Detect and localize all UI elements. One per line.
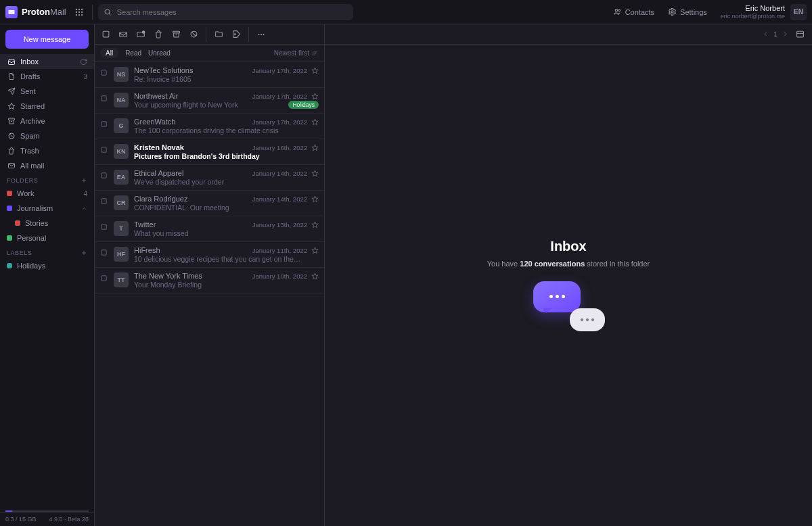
sender-avatar: HF <box>114 247 129 262</box>
message-date: January 17th, 2022 <box>252 118 307 126</box>
sidebar-item-label: Trash <box>20 147 87 155</box>
archive-icon[interactable] <box>171 29 181 40</box>
sidebar-item-spam[interactable]: Spam <box>0 128 94 143</box>
message-row[interactable]: TTwitterJanuary 13th, 2022What you misse… <box>95 216 324 242</box>
sidebar-item-starred[interactable]: Starred <box>0 99 94 114</box>
sidebar-item-drafts[interactable]: Drafts3 <box>0 69 94 84</box>
settings-link[interactable]: Settings <box>664 5 711 19</box>
label-icon[interactable] <box>231 29 242 40</box>
svg-point-19 <box>142 30 145 33</box>
sender-name: Twitter <box>134 220 248 229</box>
folder-label: Stories <box>25 219 87 227</box>
sidebar-item-all-mail[interactable]: All mail <box>0 158 94 173</box>
next-page-icon[interactable] <box>782 30 789 38</box>
trash-icon[interactable] <box>153 29 164 40</box>
star-icon[interactable] <box>311 272 319 280</box>
move-to-folder-icon[interactable] <box>213 29 224 40</box>
message-date: January 13th, 2022 <box>252 221 307 229</box>
message-row[interactable]: TTThe New York TimesJanuary 10th, 2022Yo… <box>95 268 324 293</box>
star-icon[interactable] <box>311 93 319 100</box>
sidebar-item-label: Sent <box>20 87 87 95</box>
star-icon[interactable] <box>311 247 319 254</box>
empty-state-title: Inbox <box>550 239 586 254</box>
filter-all[interactable]: All <box>100 48 118 58</box>
filter-unread[interactable]: Unread <box>148 49 171 57</box>
sender-name: Northwest Air <box>134 92 248 100</box>
row-checkbox[interactable] <box>100 195 108 212</box>
message-subject: What you missed <box>134 229 319 237</box>
row-checkbox[interactable] <box>100 246 108 263</box>
avatar[interactable]: EN <box>790 4 807 20</box>
refresh-icon[interactable] <box>80 58 87 66</box>
message-row[interactable]: GGreenWatchJanuary 17th, 2022The 100 cor… <box>95 114 324 139</box>
svg-point-24 <box>261 33 262 34</box>
row-checkbox[interactable] <box>100 272 108 289</box>
star-icon[interactable] <box>311 221 319 229</box>
row-checkbox[interactable] <box>100 169 108 186</box>
sender-name: Ethical Apparel <box>134 169 248 177</box>
sidebar-item-archive[interactable]: Archive <box>0 114 94 128</box>
send-icon <box>7 87 16 95</box>
search-input[interactable] <box>116 7 348 17</box>
label-chip: Holidays <box>288 101 319 109</box>
row-checkbox[interactable] <box>100 66 108 83</box>
row-checkbox[interactable] <box>100 92 108 109</box>
select-all-checkbox[interactable] <box>100 29 111 40</box>
contacts-link[interactable]: Contacts <box>609 5 658 19</box>
prev-page-icon[interactable] <box>762 30 769 38</box>
sender-name: GreenWatch <box>134 118 248 126</box>
folder-color-icon <box>7 206 12 211</box>
mark-read-icon[interactable] <box>118 29 129 40</box>
label-holidays[interactable]: Holidays <box>0 258 94 273</box>
folder-journalism[interactable]: Journalism <box>0 201 94 216</box>
folder-personal[interactable]: Personal <box>0 231 94 245</box>
svg-point-10 <box>615 9 617 11</box>
star-icon[interactable] <box>311 144 319 151</box>
filter-read[interactable]: Read <box>125 49 141 57</box>
topbar: ProtonMail Contacts Settings <box>0 0 812 24</box>
apps-grid-icon[interactable] <box>72 5 87 20</box>
sidebar-item-sent[interactable]: Sent <box>0 84 94 99</box>
message-row[interactable]: CRClara RodriguezJanuary 14th, 2022CONFI… <box>95 191 324 216</box>
svg-rect-20 <box>173 31 179 33</box>
sidebar-item-trash[interactable]: Trash <box>0 143 94 158</box>
message-row[interactable]: NSNewTec SolutionsJanuary 17th, 2022Re: … <box>95 62 324 88</box>
star-icon[interactable] <box>311 67 319 74</box>
message-subject: Re: Invoice #1605 <box>134 75 319 83</box>
sort-dropdown[interactable]: Newest first <box>274 49 319 57</box>
message-row[interactable]: HFHiFreshJanuary 11th, 202210 delicious … <box>95 242 324 268</box>
folder-label: Personal <box>17 234 87 242</box>
svg-point-4 <box>78 11 80 12</box>
message-subject: We've dispatched your order <box>134 178 319 186</box>
svg-point-23 <box>258 33 259 34</box>
mark-unread-icon[interactable] <box>135 29 146 40</box>
spam-icon[interactable] <box>188 29 199 40</box>
folder-work[interactable]: Work4 <box>0 186 94 201</box>
star-icon[interactable] <box>311 170 319 177</box>
empty-state: Inbox You have 120 conversations stored … <box>325 45 812 526</box>
sender-avatar: T <box>114 221 129 236</box>
account-menu[interactable]: Eric Norbert eric.norbert@proton.me EN <box>717 4 807 20</box>
svg-rect-16 <box>103 31 109 37</box>
row-checkbox[interactable] <box>100 220 108 237</box>
message-date: January 11th, 2022 <box>252 247 307 254</box>
settings-label: Settings <box>680 8 707 16</box>
star-icon[interactable] <box>311 195 319 203</box>
message-subject: Your Monday Briefing <box>134 281 319 289</box>
message-row[interactable]: EAEthical ApparelJanuary 14th, 2022We've… <box>95 165 324 191</box>
layout-toggle-icon[interactable] <box>794 29 805 40</box>
sidebar-item-inbox[interactable]: Inbox <box>0 54 94 69</box>
add-label-icon[interactable] <box>81 249 87 256</box>
svg-rect-29 <box>102 147 106 152</box>
row-checkbox[interactable] <box>100 143 108 160</box>
folder-stories[interactable]: Stories <box>0 216 94 231</box>
message-row[interactable]: KNKristen NovakJanuary 16th, 2022Picture… <box>95 139 324 165</box>
add-folder-icon[interactable] <box>81 177 87 184</box>
brand-logo[interactable]: ProtonMail <box>5 6 66 18</box>
compose-button[interactable]: New message <box>5 30 89 49</box>
star-icon[interactable] <box>311 118 319 126</box>
search-box[interactable] <box>98 4 353 20</box>
more-actions-icon[interactable] <box>256 29 267 40</box>
message-row[interactable]: NANorthwest AirJanuary 17th, 2022Your up… <box>95 88 324 114</box>
row-checkbox[interactable] <box>100 118 108 135</box>
